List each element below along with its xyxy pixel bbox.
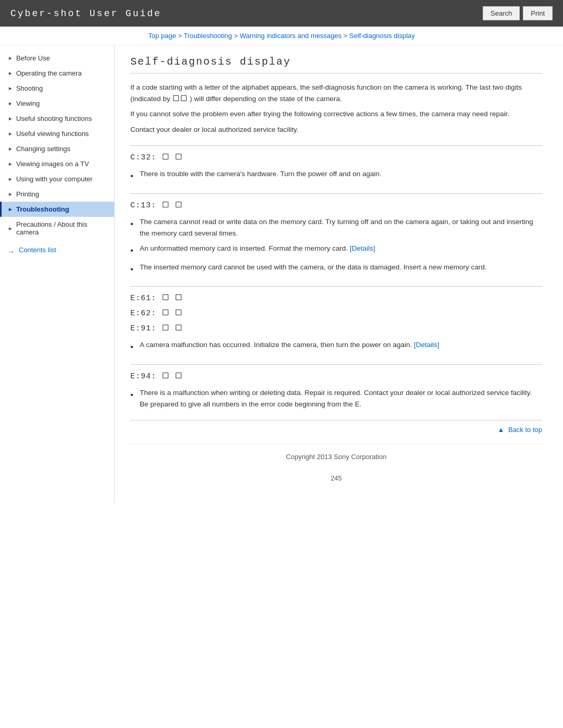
sq8 xyxy=(176,310,181,315)
sidebar-item-using-computer[interactable]: ► Using with your computer xyxy=(0,171,114,187)
sidebar-item-viewing-tv[interactable]: ► Viewing images on a TV xyxy=(0,156,114,171)
sidebar-item-label: Troubleshooting xyxy=(16,205,69,213)
section-c13: C:13: • The camera cannot read or write … xyxy=(130,193,542,276)
sidebar-item-changing-settings[interactable]: ► Changing settings xyxy=(0,141,114,156)
breadcrumb-warning-link[interactable]: Warning indicators and messages xyxy=(240,32,341,40)
bullet-e94-1-text: There is a malfunction when writing or d… xyxy=(140,387,542,410)
breadcrumb-sep1: > xyxy=(178,32,183,40)
sidebar-item-precautions[interactable]: ► Precautions / About this camera xyxy=(0,217,114,240)
bullet-c13-1-text: The camera cannot read or write data on … xyxy=(140,216,542,239)
arrow-icon: ► xyxy=(8,70,13,76)
details-link-e61[interactable]: [Details] xyxy=(414,341,439,349)
sq4 xyxy=(176,202,181,207)
arrow-icon: ► xyxy=(8,131,13,137)
contents-list-link[interactable]: Contents list xyxy=(0,240,114,257)
square-box-1 xyxy=(173,95,179,101)
sidebar-item-label: Using with your computer xyxy=(16,175,93,183)
sidebar-item-label: Viewing images on a TV xyxy=(16,160,89,168)
sidebar-item-label: Viewing xyxy=(16,100,40,107)
sidebar-item-troubleshooting[interactable]: ► Troubleshooting xyxy=(0,202,114,217)
section-e91-title: E:91: xyxy=(130,324,542,333)
arrow-icon: ► xyxy=(8,226,13,231)
sq11 xyxy=(163,373,168,378)
sidebar-item-shooting[interactable]: ► Shooting xyxy=(0,81,114,96)
bullet-c13-2: • An unformatted memory card is inserted… xyxy=(130,243,542,257)
sq6 xyxy=(176,294,181,300)
sidebar-item-label: Before Use xyxy=(16,54,50,62)
breadcrumb-current: Self-diagnosis display xyxy=(349,32,415,40)
footer: Copyright 2013 Sony Corporation xyxy=(130,444,542,469)
bullet-c13-3-text: The inserted memory card cannot be used … xyxy=(140,262,542,273)
arrow-icon: ► xyxy=(8,55,13,61)
sidebar-item-label: Precautions / About this camera xyxy=(16,220,108,236)
arrow-icon: ► xyxy=(8,85,13,91)
main-layout: ► Before Use ► Operating the camera ► Sh… xyxy=(0,45,563,503)
square-box-2 xyxy=(181,95,187,101)
section-e61-title: E:61: xyxy=(130,294,542,303)
bullet-dot: • xyxy=(130,244,136,257)
section-e94-title: E:94: xyxy=(130,372,542,381)
back-to-top-triangle-icon: ▲ xyxy=(497,426,504,434)
sq9 xyxy=(163,325,168,330)
main-content: Self-diagnosis display If a code startin… xyxy=(115,45,563,503)
back-to-top-label: Back to top xyxy=(508,426,542,434)
footer-text: Copyright 2013 Sony Corporation xyxy=(286,453,387,461)
arrow-icon: ► xyxy=(8,191,13,197)
arrow-icon: ► xyxy=(8,161,13,167)
sq7 xyxy=(163,310,168,315)
breadcrumb-troubleshooting-link[interactable]: Troubleshooting xyxy=(183,32,232,40)
breadcrumb-sep3: > xyxy=(344,32,349,40)
arrow-icon: ► xyxy=(8,176,13,182)
sq2 xyxy=(176,154,181,159)
sidebar-item-label: Operating the camera xyxy=(16,69,82,77)
contents-list-arrow-icon xyxy=(7,248,17,253)
page-number: 245 xyxy=(130,469,542,487)
bullet-e61-1-text: A camera malfunction has occurred. Initi… xyxy=(140,339,542,351)
bullet-c13-1: • The camera cannot read or write data o… xyxy=(130,216,542,239)
arrow-icon: ► xyxy=(8,101,13,106)
sidebar-item-label: Useful shooting functions xyxy=(16,115,92,122)
back-to-top: ▲ Back to top xyxy=(130,420,542,434)
bullet-c32-1-text: There is trouble with the camera's hardw… xyxy=(140,168,542,180)
sidebar-item-before-use[interactable]: ► Before Use xyxy=(0,51,114,66)
sq5 xyxy=(163,294,168,300)
header-buttons: Search Print xyxy=(483,6,553,20)
sidebar-item-printing[interactable]: ► Printing xyxy=(0,187,114,202)
bullet-c32-1: • There is trouble with the camera's har… xyxy=(130,168,542,183)
search-button[interactable]: Search xyxy=(483,6,520,20)
sidebar-item-label: Printing xyxy=(16,190,39,198)
bullet-c13-3: • The inserted memory card cannot be use… xyxy=(130,262,542,276)
sidebar-item-viewing[interactable]: ► Viewing xyxy=(0,96,114,111)
section-c13-title: C:13: xyxy=(130,201,542,210)
back-to-top-link[interactable]: ▲ Back to top xyxy=(497,426,542,434)
section-e61-91: E:61: E:62: E:91: • A camera malfunction… xyxy=(130,286,542,354)
arrow-icon: ► xyxy=(8,206,13,212)
sidebar-item-useful-viewing[interactable]: ► Useful viewing functions xyxy=(0,126,114,141)
details-link-c13[interactable]: [Details] xyxy=(350,244,375,252)
page-title: Self-diagnosis display xyxy=(130,56,542,73)
breadcrumb-top-link[interactable]: Top page xyxy=(148,32,176,40)
bullet-dot: • xyxy=(130,388,136,402)
intro-paragraph-3: Contact your dealer or local authorized … xyxy=(130,124,542,135)
bullet-dot: • xyxy=(130,263,136,276)
arrow-icon: ► xyxy=(8,116,13,121)
print-button[interactable]: Print xyxy=(523,6,553,20)
sidebar-item-label: Shooting xyxy=(16,84,43,92)
sq1 xyxy=(163,154,168,159)
sidebar-item-label: Useful viewing functions xyxy=(16,130,89,138)
bullet-e61-1: • A camera malfunction has occurred. Ini… xyxy=(130,339,542,354)
section-c32: C:32: • There is trouble with the camera… xyxy=(130,145,542,183)
bullet-e94-1: • There is a malfunction when writing or… xyxy=(130,387,542,410)
sidebar: ► Before Use ► Operating the camera ► Sh… xyxy=(0,45,115,503)
breadcrumb: Top page > Troubleshooting > Warning ind… xyxy=(0,27,563,45)
sidebar-item-operating[interactable]: ► Operating the camera xyxy=(0,66,114,81)
app-title: Cyber-shot User Guide xyxy=(10,8,162,19)
intro-paragraph-1: If a code starting with a letter of the … xyxy=(130,82,542,104)
contents-list-label: Contents list xyxy=(19,246,56,254)
sidebar-item-useful-shooting[interactable]: ► Useful shooting functions xyxy=(0,111,114,126)
bullet-dot: • xyxy=(130,217,136,231)
sidebar-item-label: Changing settings xyxy=(16,145,70,153)
header: Cyber-shot User Guide Search Print xyxy=(0,0,563,27)
sq3 xyxy=(163,202,168,207)
sq12 xyxy=(176,373,181,378)
